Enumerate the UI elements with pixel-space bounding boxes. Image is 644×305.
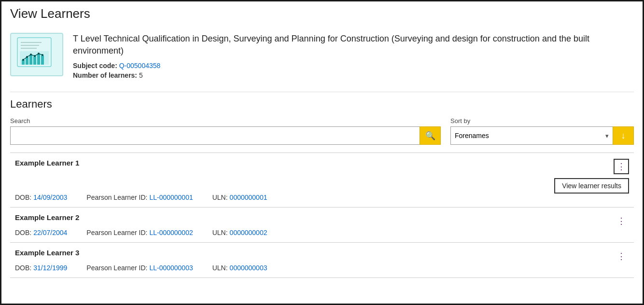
- pearson-id-value: LL-000000001: [149, 194, 193, 201]
- uln-label: ULN:: [212, 229, 228, 236]
- uln-item: ULN: 0000000002: [212, 229, 267, 236]
- search-input[interactable]: [10, 126, 420, 145]
- pearson-id-item: Pearson Learner ID: LL-000000001: [86, 194, 193, 201]
- view-learner-results-button[interactable]: View learner results: [554, 178, 629, 194]
- sort-group: Sort by Forenames Surname DOB ↓: [450, 117, 634, 145]
- pearson-id-item: Pearson Learner ID: LL-000000003: [86, 264, 193, 272]
- learner-details: DOB: 22/07/2004 Pearson Learner ID: LL-0…: [15, 229, 629, 236]
- view-results-label: View learner results: [562, 182, 621, 190]
- learner-details: DOB: 31/12/1999 Pearson Learner ID: LL-0…: [15, 264, 629, 272]
- dob-label: DOB:: [15, 229, 31, 236]
- sort-direction-button[interactable]: ↓: [613, 126, 634, 145]
- dob-item: DOB: 31/12/1999: [15, 264, 67, 272]
- search-input-row: 🔍: [10, 126, 441, 145]
- uln-item: ULN: 0000000003: [212, 264, 267, 272]
- kebab-menu-button[interactable]: ⋮: [614, 159, 629, 174]
- search-group: Search 🔍: [10, 117, 441, 145]
- search-icon: 🔍: [425, 131, 435, 141]
- uln-label: ULN:: [212, 264, 228, 272]
- table-row: Example Learner 3 ⋮ DOB: 31/12/1999 Pear…: [10, 243, 634, 278]
- sort-row: Forenames Surname DOB ↓: [450, 126, 634, 145]
- svg-point-14: [34, 55, 36, 57]
- kebab-menu-button[interactable]: ⋮: [614, 249, 629, 264]
- svg-rect-7: [29, 55, 32, 65]
- dob-item: DOB: 14/09/2003: [15, 194, 67, 201]
- pearson-id-label: Pearson Learner ID:: [86, 229, 147, 236]
- learner-details: DOB: 14/09/2003 Pearson Learner ID: LL-0…: [15, 194, 629, 201]
- learner-name: Example Learner 1: [15, 159, 79, 167]
- num-learners-meta: Number of learners: 5: [73, 71, 634, 79]
- subject-code-value: Q-005004358: [119, 62, 161, 69]
- pearson-id-item: Pearson Learner ID: LL-000000002: [86, 229, 193, 236]
- svg-rect-10: [41, 55, 44, 65]
- svg-point-13: [30, 54, 32, 55]
- uln-item: ULN: 0000000001: [212, 194, 267, 201]
- search-button[interactable]: 🔍: [420, 126, 441, 145]
- svg-point-11: [22, 59, 24, 61]
- kebab-icon: ⋮: [617, 251, 626, 262]
- learner-list: Example Learner 1 ⋮ View learner results…: [10, 152, 634, 278]
- uln-label: ULN:: [212, 194, 228, 201]
- kebab-menu-button[interactable]: ⋮: [614, 213, 629, 229]
- kebab-icon: ⋮: [617, 162, 626, 171]
- table-row: Example Learner 1 ⋮ View learner results…: [10, 153, 634, 208]
- num-learners-value: 5: [139, 71, 143, 79]
- learner-right-col: ⋮: [614, 249, 629, 264]
- search-sort-bar: Search 🔍 Sort by Forenames Surname DOB: [10, 117, 634, 145]
- svg-rect-6: [26, 57, 28, 65]
- subject-code-label: Subject code:: [73, 62, 117, 69]
- learner-right-col: ⋮ View learner results: [554, 159, 629, 194]
- uln-value: 0000000003: [230, 264, 267, 272]
- pearson-id-value: LL-000000002: [149, 229, 193, 236]
- page-container: View Learners: [1, 1, 643, 287]
- learner-row-header: Example Learner 2 ⋮: [15, 213, 629, 229]
- dob-label: DOB:: [15, 264, 31, 272]
- dob-value: 22/07/2004: [33, 229, 67, 236]
- kebab-icon: ⋮: [617, 216, 626, 226]
- svg-rect-9: [37, 54, 40, 65]
- uln-value: 0000000001: [230, 194, 267, 201]
- qualification-title: T Level Technical Qualification in Desig…: [73, 33, 634, 57]
- learner-name: Example Learner 2: [15, 213, 79, 222]
- learner-name: Example Learner 3: [15, 249, 79, 257]
- dob-value: 14/09/2003: [33, 194, 67, 201]
- num-learners-label: Number of learners:: [73, 71, 137, 79]
- dob-label: DOB:: [15, 194, 31, 201]
- uln-value: 0000000002: [230, 229, 267, 236]
- sort-select-wrapper: Forenames Surname DOB: [450, 126, 613, 145]
- pearson-id-value: LL-000000003: [149, 264, 193, 272]
- learner-row-header: Example Learner 3 ⋮: [15, 249, 629, 264]
- svg-rect-8: [33, 56, 36, 65]
- learner-right-col: ⋮: [614, 213, 629, 229]
- pearson-id-label: Pearson Learner ID:: [86, 264, 147, 272]
- learners-section: Learners Search 🔍 Sort by Forenames: [10, 92, 634, 278]
- svg-point-12: [26, 56, 28, 58]
- sort-label: Sort by: [450, 117, 634, 125]
- subject-code-meta: Subject code: Q-005004358: [73, 62, 634, 69]
- dob-value: 31/12/1999: [33, 264, 67, 272]
- search-label: Search: [10, 117, 441, 125]
- page-title: View Learners: [10, 6, 634, 24]
- learners-section-title: Learners: [10, 92, 634, 111]
- qualification-icon: [10, 33, 63, 76]
- dob-item: DOB: 22/07/2004: [15, 229, 67, 236]
- learner-row-header: Example Learner 1 ⋮ View learner results: [15, 159, 629, 194]
- pearson-id-label: Pearson Learner ID:: [86, 194, 147, 201]
- svg-point-16: [42, 54, 43, 56]
- qualification-info: T Level Technical Qualification in Desig…: [73, 33, 634, 81]
- qualification-section: T Level Technical Qualification in Desig…: [10, 33, 634, 81]
- svg-point-15: [38, 53, 40, 55]
- sort-select[interactable]: Forenames Surname DOB: [450, 126, 613, 145]
- sort-down-icon: ↓: [621, 131, 626, 141]
- table-row: Example Learner 2 ⋮ DOB: 22/07/2004 Pear…: [10, 208, 634, 243]
